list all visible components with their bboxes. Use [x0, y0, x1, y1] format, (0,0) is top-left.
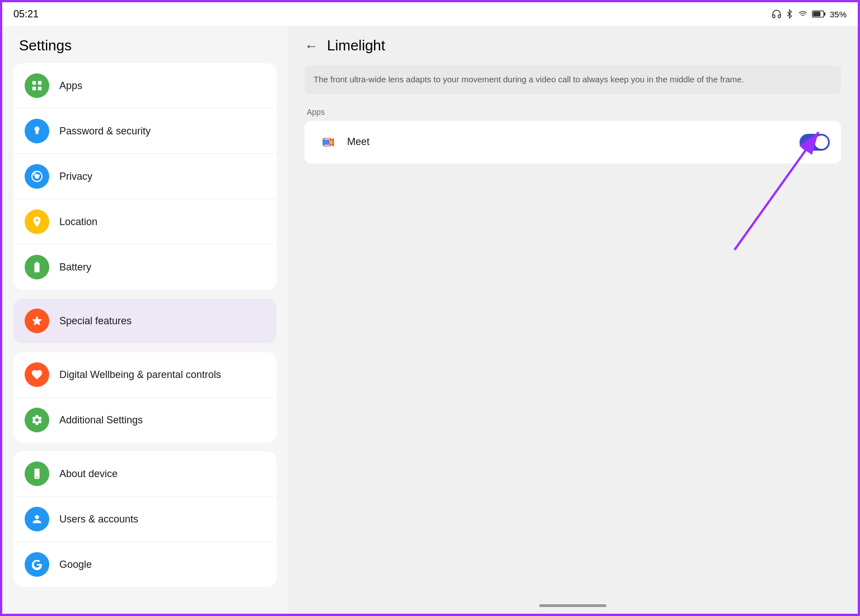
- svg-rect-14: [35, 477, 39, 478]
- battery-setting-icon: [25, 255, 49, 279]
- sidebar-item-additional-settings[interactable]: Additional Settings: [13, 398, 277, 442]
- meet-app-icon: [316, 131, 338, 153]
- privacy-label: Privacy: [59, 171, 92, 183]
- svg-rect-2: [824, 12, 825, 16]
- svg-point-10: [36, 132, 38, 133]
- settings-group-3: Digital Wellbeing & parental controls Ad…: [13, 352, 277, 442]
- svg-rect-4: [32, 81, 36, 85]
- users-accounts-label: Users & accounts: [59, 514, 138, 525]
- apps-label: Apps: [59, 80, 82, 92]
- users-accounts-icon: [25, 507, 49, 531]
- digital-wellbeing-label: Digital Wellbeing & parental controls: [59, 369, 221, 381]
- meet-toggle[interactable]: [800, 134, 830, 151]
- svg-rect-5: [38, 81, 41, 85]
- apps-icon: [25, 73, 49, 98]
- back-button[interactable]: ←: [305, 38, 318, 54]
- detail-title: Limelight: [327, 37, 385, 54]
- google-label: Google: [59, 559, 92, 571]
- special-features-icon: [25, 309, 49, 333]
- status-icons: 35%: [772, 9, 847, 19]
- settings-group-4: About device Users & accounts Google: [13, 451, 277, 587]
- svg-rect-3: [813, 12, 820, 16]
- google-icon: [25, 552, 49, 577]
- meet-app-info: Meet: [316, 131, 370, 153]
- meet-app-name: Meet: [347, 136, 370, 148]
- additional-settings-icon: [25, 408, 49, 432]
- battery-icon: [812, 10, 826, 18]
- status-bar: 05:21 35%: [2, 2, 858, 26]
- svg-rect-7: [38, 87, 41, 90]
- sidebar-item-location[interactable]: Location: [13, 199, 277, 245]
- digital-wellbeing-icon: [25, 362, 49, 387]
- battery-percentage: 35%: [830, 10, 847, 19]
- sidebar-item-password-security[interactable]: Password & security: [13, 109, 277, 154]
- sidebar-item-privacy[interactable]: Privacy: [13, 154, 277, 199]
- battery-label: Battery: [59, 262, 91, 273]
- sidebar-item-battery[interactable]: Battery: [13, 245, 277, 290]
- sidebar-item-about-device[interactable]: About device: [13, 451, 277, 497]
- settings-group-2: Special features: [13, 298, 277, 343]
- status-time: 05:21: [13, 8, 39, 20]
- special-features-label: Special features: [59, 315, 132, 327]
- sidebar-item-google[interactable]: Google: [13, 542, 277, 587]
- headset-icon: [772, 9, 782, 19]
- sidebar-item-digital-wellbeing[interactable]: Digital Wellbeing & parental controls: [13, 352, 277, 398]
- toggle-knob: [815, 136, 828, 149]
- wifi-icon: [797, 10, 808, 18]
- main-layout: Settings Apps Password & security: [2, 26, 858, 614]
- meet-app-card: Meet: [305, 121, 841, 164]
- svg-rect-16: [322, 139, 330, 145]
- settings-title: Settings: [2, 26, 288, 63]
- nav-pill: [539, 604, 606, 607]
- detail-panel: ← Limelight The front ultra-wide lens ad…: [288, 26, 858, 614]
- settings-group-1: Apps Password & security Privacy: [13, 63, 277, 290]
- sidebar-item-special-features[interactable]: Special features: [13, 298, 277, 343]
- additional-settings-label: Additional Settings: [59, 414, 143, 426]
- svg-point-12: [34, 173, 36, 175]
- settings-panel: Settings Apps Password & security: [2, 26, 288, 614]
- location-label: Location: [59, 216, 97, 228]
- apps-section-label: Apps: [305, 108, 841, 116]
- password-icon: [25, 119, 49, 143]
- sidebar-item-users-accounts[interactable]: Users & accounts: [13, 497, 277, 542]
- about-device-label: About device: [59, 468, 118, 480]
- privacy-icon: [25, 164, 49, 189]
- detail-description: The front ultra-wide lens adapts to your…: [305, 66, 841, 94]
- bluetooth-icon: [785, 9, 794, 19]
- detail-header: ← Limelight: [305, 37, 841, 54]
- location-icon: [25, 209, 49, 234]
- sidebar-item-apps[interactable]: Apps: [13, 63, 277, 109]
- about-device-icon: [25, 461, 49, 486]
- nav-bar: [288, 597, 858, 614]
- svg-rect-6: [32, 87, 36, 90]
- password-label: Password & security: [59, 125, 151, 137]
